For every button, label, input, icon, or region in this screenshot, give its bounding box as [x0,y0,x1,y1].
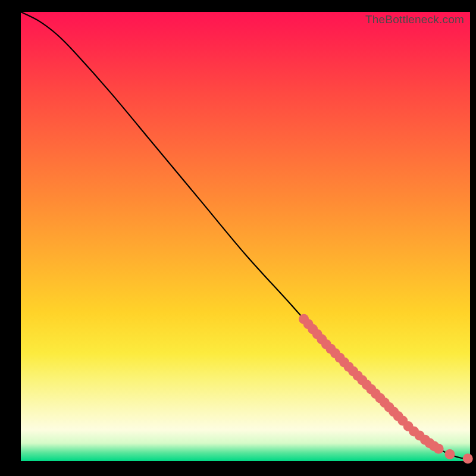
chart-svg [21,12,470,461]
chart-frame: TheBottleneck.com [0,0,476,476]
data-marker [434,444,444,454]
data-marker [463,453,473,464]
bottleneck-curve [21,12,470,459]
watermark-text: TheBottleneck.com [365,13,464,26]
data-marker [445,449,455,459]
curve-layer [21,12,470,459]
marker-layer [299,314,473,464]
plot-area: TheBottleneck.com [21,12,470,461]
